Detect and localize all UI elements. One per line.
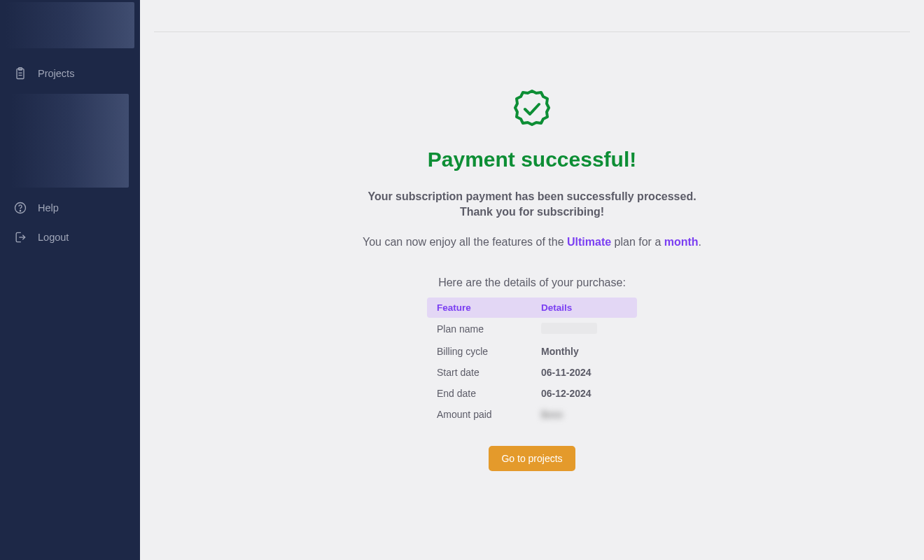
table-row: End date 06-12-2024 [427,383,637,404]
row-label: Billing cycle [427,341,531,362]
clipboard-icon [13,66,28,81]
logo-placeholder [6,2,134,48]
sidebar-item-projects[interactable]: Projects [6,59,134,88]
purchase-details-table: Feature Details Plan name Billing cycle … [427,298,637,425]
table-header-feature: Feature [427,298,531,318]
row-value: Monthly [531,341,637,362]
table-header-row: Feature Details [427,298,637,318]
sidebar-item-label: Projects [38,68,74,79]
row-value: 06-12-2024 [531,383,637,404]
table-row: Billing cycle Monthly [427,341,637,362]
feature-text-end: . [699,236,701,248]
plan-name-highlight: Ultimate [567,236,611,248]
main-content: Payment successful! Your subscription pa… [140,0,924,560]
redacted-amount: $xxx [541,409,563,420]
row-value [531,318,637,341]
row-value: 06-11-2024 [531,362,637,383]
row-label: End date [427,383,531,404]
redacted-value [541,323,597,334]
logout-icon [13,230,28,245]
feature-summary: You can now enjoy all the features of th… [363,236,701,248]
subtitle-line-2: Thank you for subscribing! [460,204,604,220]
sidebar-placeholder-block [11,94,129,188]
table-row: Start date 06-11-2024 [427,362,637,383]
details-heading: Here are the details of your purchase: [438,276,626,289]
payment-success-panel: Payment successful! Your subscription pa… [287,32,777,471]
table-header-details: Details [531,298,637,318]
help-icon [13,200,28,216]
period-highlight: month [664,236,699,248]
feature-text-mid: plan for a [611,236,664,248]
sidebar-item-logout[interactable]: Logout [6,223,134,252]
page-title: Payment successful! [428,148,636,172]
subtitle-line-1: Your subscription payment has been succe… [368,189,696,204]
go-to-projects-button[interactable]: Go to projects [489,446,575,471]
svg-point-5 [20,211,20,211]
row-label: Plan name [427,318,531,341]
sidebar-item-label: Logout [38,232,69,243]
table-row: Amount paid $xxx [427,404,637,425]
row-label: Start date [427,362,531,383]
feature-text-pre: You can now enjoy all the features of th… [363,236,567,248]
sidebar-item-label: Help [38,202,59,214]
sidebar-item-help[interactable]: Help [6,193,134,223]
sidebar: Projects Help Logout [0,0,140,560]
success-badge-icon [511,88,553,130]
row-label: Amount paid [427,404,531,425]
row-value: $xxx [531,404,637,425]
table-row: Plan name [427,318,637,341]
